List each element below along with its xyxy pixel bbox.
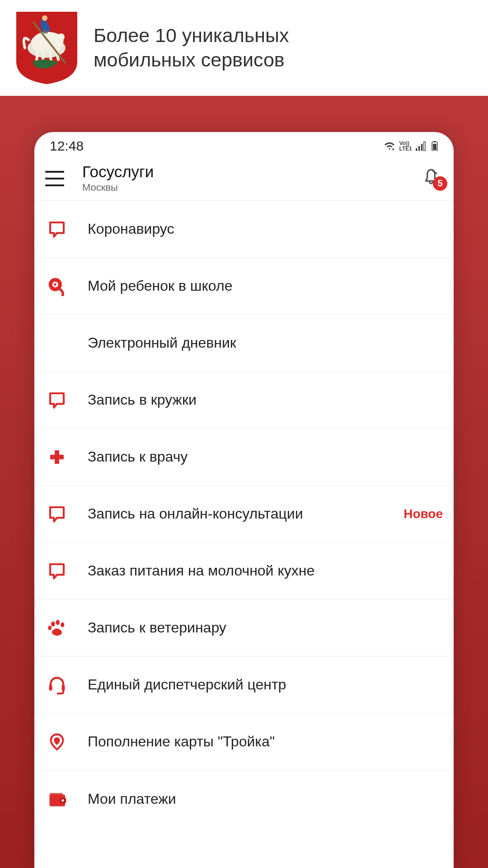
svg-point-1 — [57, 33, 65, 41]
promo-tagline: Более 10 уникальных мобильных сервисов — [94, 24, 289, 72]
svg-point-17 — [61, 622, 64, 627]
chat-bubble-icon — [45, 559, 69, 583]
medical-cross-icon — [45, 445, 69, 469]
service-label: Мои платежи — [88, 791, 443, 807]
battery-icon — [431, 141, 438, 151]
service-label: Коронавирус — [88, 221, 443, 237]
service-item-vet[interactable]: Запись к ветеринару — [34, 599, 454, 656]
showcase-background: 12:48 Vo)) LTE1 — [0, 96, 488, 868]
chat-bubble-icon — [45, 502, 69, 526]
service-label: Запись на онлайн-консультации — [88, 505, 398, 522]
map-pin-icon — [45, 730, 69, 754]
service-label: Заказ питания на молочной кухне — [88, 562, 443, 579]
service-label: Единый диспетчерский центр — [88, 676, 443, 693]
svg-rect-10 — [433, 144, 436, 150]
service-label: Запись в кружки — [88, 392, 443, 408]
notifications-button[interactable]: 5 — [422, 168, 443, 189]
svg-point-2 — [42, 15, 47, 21]
status-bar: 12:48 Vo)) LTE1 — [34, 132, 454, 158]
service-label: Запись к врачу — [88, 448, 443, 465]
svg-rect-19 — [49, 685, 52, 690]
svg-point-15 — [51, 621, 55, 626]
service-label: Запись к ветеринару — [88, 619, 443, 636]
status-indicators: Vo)) LTE1 — [383, 141, 438, 151]
svg-point-23 — [61, 799, 64, 802]
alarm-bell-icon — [45, 274, 69, 298]
service-item-doctor[interactable]: Запись к врачу — [34, 429, 454, 486]
service-label: Пополнение карты "Тройка" — [88, 733, 443, 750]
svg-point-18 — [48, 626, 52, 630]
svg-rect-4 — [416, 148, 418, 151]
app-header: Госуслуги Москвы 5 — [34, 158, 454, 201]
header-subtitle: Москвы — [82, 182, 422, 193]
svg-point-14 — [54, 283, 57, 286]
headset-icon — [45, 673, 69, 697]
service-label: Мой ребенок в школе — [88, 278, 443, 294]
service-item-clubs[interactable]: Запись в кружки — [34, 372, 454, 429]
service-item-dispatch[interactable]: Единый диспетчерский центр — [34, 656, 454, 713]
moscow-coat-of-arms-icon — [16, 12, 77, 84]
promo-header: Более 10 уникальных мобильных сервисов — [0, 0, 488, 96]
wifi-icon — [383, 141, 396, 151]
paw-icon — [45, 616, 69, 640]
svg-rect-6 — [421, 144, 423, 151]
header-title-block: Госуслуги Москвы — [82, 163, 422, 193]
service-item-dairy-kitchen[interactable]: Заказ питания на молочной кухне — [34, 542, 454, 599]
services-list: Коронавирус Мой ребенок в школе Э — [34, 201, 454, 827]
network-type-icon: Vo)) LTE1 — [399, 141, 412, 151]
service-item-troika[interactable]: Пополнение карты "Тройка" — [34, 713, 454, 770]
new-badge: Новое — [404, 507, 443, 521]
signal-icon — [416, 141, 427, 151]
chat-bubble-icon — [45, 217, 69, 241]
status-time: 12:48 — [50, 138, 84, 154]
service-item-child-school[interactable]: Мой ребенок в школе — [34, 258, 454, 315]
svg-point-16 — [56, 620, 60, 625]
svg-rect-7 — [424, 142, 426, 151]
phone-frame: 12:48 Vo)) LTE1 — [34, 132, 454, 868]
notification-badge: 5 — [433, 176, 447, 191]
service-item-payments[interactable]: Мои платежи — [34, 770, 454, 827]
notebook-icon — [45, 331, 69, 355]
menu-button[interactable] — [45, 171, 64, 186]
service-item-coronavirus[interactable]: Коронавирус — [34, 201, 454, 258]
wallet-icon — [45, 787, 69, 811]
svg-rect-5 — [418, 146, 420, 151]
service-label: Электронный дневник — [88, 335, 443, 351]
chat-bubble-icon — [45, 388, 69, 412]
header-title: Госуслуги — [82, 163, 422, 181]
service-item-diary[interactable]: Электронный дневник — [34, 315, 454, 372]
service-item-online-consult[interactable]: Запись на онлайн-консультации Новое — [34, 486, 454, 542]
